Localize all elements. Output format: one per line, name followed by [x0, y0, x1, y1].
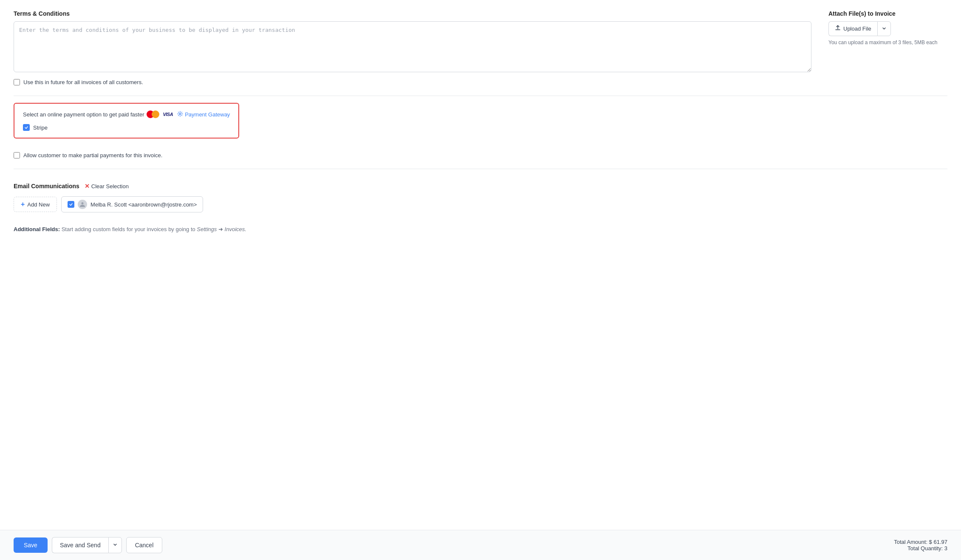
contact-checkbox[interactable] — [68, 201, 74, 208]
arrow-icon: ➜ — [218, 226, 225, 232]
email-title: Email Communications — [14, 183, 79, 189]
chevron-down-icon — [882, 25, 886, 32]
upload-button-group: Upload File — [828, 21, 947, 36]
divider-1 — [14, 96, 947, 96]
terms-label: Terms & Conditions — [14, 10, 811, 17]
mastercard-icon — [147, 110, 159, 118]
payment-gateway-link[interactable]: Payment Gateway — [177, 111, 230, 118]
cancel-button[interactable]: Cancel — [126, 537, 163, 553]
visa-icon: VISA — [163, 112, 173, 117]
terms-textarea[interactable] — [14, 21, 811, 72]
svg-point-0 — [179, 113, 181, 115]
payment-icons: VISA — [147, 110, 173, 118]
clear-x-icon: ✕ — [85, 183, 90, 189]
upload-hint: You can upload a maximum of 3 files, 5MB… — [828, 40, 947, 45]
payment-header: Select an online payment option to get p… — [23, 110, 230, 118]
stripe-option: Stripe — [23, 124, 230, 131]
footer-actions: Save Save and Send Cancel — [14, 537, 162, 553]
add-new-label: Add New — [27, 201, 50, 208]
contact-name: Melba R. Scott <aaronbrown@rjostre.com> — [90, 201, 197, 208]
future-use-label: Use this in future for all invoices of a… — [23, 79, 143, 85]
save-send-button[interactable]: Save and Send — [52, 537, 108, 553]
stripe-checkbox[interactable] — [23, 124, 30, 131]
attach-label: Attach File(s) to Invoice — [828, 10, 947, 17]
save-button[interactable]: Save — [14, 537, 48, 553]
footer-totals: Total Amount: $ 61.97 Total Quantity: 3 — [894, 539, 947, 552]
clear-selection-label: Clear Selection — [91, 183, 129, 189]
clear-selection-button[interactable]: ✕ Clear Selection — [85, 183, 129, 189]
settings-link[interactable]: Settings — [197, 226, 217, 232]
contact-chip[interactable]: Melba R. Scott <aaronbrown@rjostre.com> — [61, 196, 203, 212]
save-send-dropdown-button[interactable] — [108, 537, 122, 553]
payment-prompt-text: Select an online payment option to get p… — [23, 111, 144, 118]
partial-payment-label: Allow customer to make partial payments … — [23, 152, 162, 158]
gear-icon — [177, 111, 183, 118]
email-contacts: + Add New Melba R. Scott <aaronbrown@rjo… — [14, 196, 947, 212]
total-amount: Total Amount: $ 61.97 — [894, 539, 947, 545]
payment-gateway-label: Payment Gateway — [185, 111, 230, 118]
partial-payment-row: Allow customer to make partial payments … — [14, 152, 947, 158]
divider-2 — [14, 169, 947, 169]
plus-icon: + — [21, 201, 25, 208]
email-header: Email Communications ✕ Clear Selection — [14, 183, 947, 189]
upload-file-label: Upload File — [843, 25, 871, 32]
partial-payment-checkbox[interactable] — [14, 152, 20, 158]
additional-fields-description: Start adding custom fields for your invo… — [62, 226, 197, 232]
invoices-link[interactable]: Invoices. — [225, 226, 246, 232]
upload-file-button[interactable]: Upload File — [828, 21, 877, 36]
payment-box: Select an online payment option to get p… — [14, 103, 239, 139]
add-new-button[interactable]: + Add New — [14, 197, 57, 212]
stripe-label: Stripe — [33, 124, 48, 131]
upload-icon — [835, 25, 841, 32]
total-quantity: Total Quantity: 3 — [894, 545, 947, 552]
svg-point-1 — [82, 202, 84, 204]
footer-bar: Save Save and Send Cancel Total Amount: … — [0, 530, 961, 560]
chevron-down-icon-footer — [113, 542, 117, 548]
save-send-group: Save and Send — [52, 537, 122, 553]
upload-dropdown-button[interactable] — [877, 21, 891, 36]
future-use-checkbox[interactable] — [14, 79, 20, 85]
contact-avatar — [78, 200, 87, 209]
email-section: Email Communications ✕ Clear Selection +… — [14, 183, 947, 212]
additional-fields-section: Additional Fields: Start adding custom f… — [14, 226, 947, 232]
additional-fields-label: Additional Fields: — [14, 226, 60, 232]
